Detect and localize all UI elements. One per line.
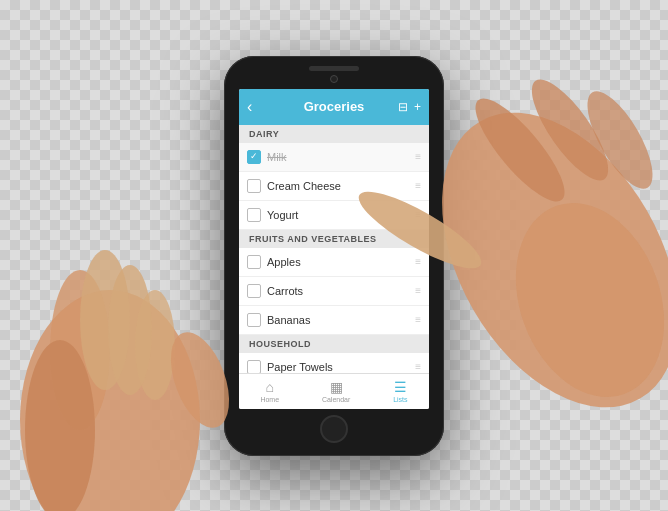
item-label-bananas: Bananas — [267, 314, 409, 326]
phone-speaker — [309, 66, 359, 71]
section-header-fruits-vegetables: FRUITS AND VEGETABLES — [239, 230, 429, 248]
svg-point-4 — [135, 290, 175, 400]
svg-point-2 — [80, 250, 130, 390]
list-item-carrots[interactable]: Carrots≡ — [239, 277, 429, 306]
svg-point-1 — [50, 270, 110, 430]
phone-camera — [330, 75, 338, 83]
svg-point-11 — [575, 82, 665, 197]
svg-point-3 — [108, 265, 152, 395]
list-item-milk[interactable]: Milk≡ — [239, 143, 429, 172]
checkbox-milk[interactable] — [247, 150, 261, 164]
list-item-bananas[interactable]: Bananas≡ — [239, 306, 429, 335]
drag-handle-yogurt[interactable]: ≡ — [415, 209, 421, 220]
item-label-paper-towels: Paper Towels — [267, 361, 409, 373]
nav-title: Groceries — [304, 99, 365, 114]
tab-home[interactable]: ⌂Home — [260, 379, 279, 403]
checkbox-apples[interactable] — [247, 255, 261, 269]
tab-icon-lists: ☰ — [394, 379, 407, 395]
drag-handle-bananas[interactable]: ≡ — [415, 314, 421, 325]
tab-lists[interactable]: ☰Lists — [393, 379, 407, 403]
checkbox-paper-towels[interactable] — [247, 360, 261, 373]
phone-screen: ‹ Groceries ⊟ + DAIRYMilk≡Cream Cheese≡Y… — [239, 89, 429, 409]
phone-wrapper: ‹ Groceries ⊟ + DAIRYMilk≡Cream Cheese≡Y… — [0, 0, 668, 511]
tab-label-home: Home — [260, 396, 279, 403]
list-content: DAIRYMilk≡Cream Cheese≡Yogurt≡FRUITS AND… — [239, 125, 429, 373]
item-label-milk: Milk — [267, 151, 409, 163]
drag-handle-cream-cheese[interactable]: ≡ — [415, 180, 421, 191]
section-header-household: HOUSEHOLD — [239, 335, 429, 353]
list-item-paper-towels[interactable]: Paper Towels≡ — [239, 353, 429, 373]
tab-bar: ⌂Home▦Calendar☰Lists — [239, 373, 429, 409]
back-button[interactable]: ‹ — [247, 98, 252, 116]
drag-handle-paper-towels[interactable]: ≡ — [415, 361, 421, 372]
add-icon[interactable]: + — [414, 100, 421, 114]
checkbox-carrots[interactable] — [247, 284, 261, 298]
list-item-yogurt[interactable]: Yogurt≡ — [239, 201, 429, 230]
list-item-apples[interactable]: Apples≡ — [239, 248, 429, 277]
item-label-yogurt: Yogurt — [267, 209, 409, 221]
svg-point-9 — [463, 87, 577, 212]
nav-icons: ⊟ + — [398, 100, 421, 114]
svg-point-0 — [20, 290, 200, 511]
item-label-apples: Apples — [267, 256, 409, 268]
tab-label-calendar: Calendar — [322, 396, 350, 403]
tab-calendar[interactable]: ▦Calendar — [322, 379, 350, 403]
tab-icon-home: ⌂ — [266, 379, 274, 395]
checkbox-yogurt[interactable] — [247, 208, 261, 222]
svg-point-10 — [519, 69, 621, 190]
nav-bar: ‹ Groceries ⊟ + — [239, 89, 429, 125]
tab-icon-calendar: ▦ — [330, 379, 343, 395]
filter-icon[interactable]: ⊟ — [398, 100, 408, 114]
tab-label-lists: Lists — [393, 396, 407, 403]
checkbox-bananas[interactable] — [247, 313, 261, 327]
home-button[interactable] — [320, 415, 348, 443]
phone-shell: ‹ Groceries ⊟ + DAIRYMilk≡Cream Cheese≡Y… — [224, 56, 444, 456]
item-label-cream-cheese: Cream Cheese — [267, 180, 409, 192]
drag-handle-carrots[interactable]: ≡ — [415, 285, 421, 296]
drag-handle-milk[interactable]: ≡ — [415, 151, 421, 162]
drag-handle-apples[interactable]: ≡ — [415, 256, 421, 267]
svg-point-12 — [490, 182, 668, 418]
list-item-cream-cheese[interactable]: Cream Cheese≡ — [239, 172, 429, 201]
checkbox-cream-cheese[interactable] — [247, 179, 261, 193]
svg-point-5 — [25, 340, 95, 511]
item-label-carrots: Carrots — [267, 285, 409, 297]
section-header-dairy: DAIRY — [239, 125, 429, 143]
